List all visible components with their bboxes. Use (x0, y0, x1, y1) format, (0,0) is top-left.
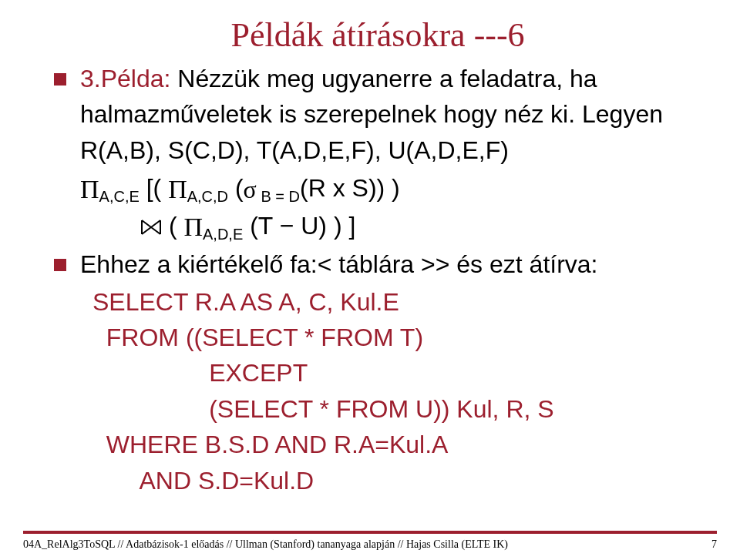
bullet-1: 3.Példa: Nézzük meg ugyanerre a feladatr… (54, 61, 701, 245)
bullet-2-text: Ehhez a kiértékelő fa:< táblára >> és ez… (80, 250, 598, 278)
pi-symbol: Π (80, 169, 99, 209)
sigma-sub: B = D (257, 189, 300, 206)
query-line-1: SELECT R.A AS A, C, Kul.E (92, 284, 701, 320)
query-line-6: AND S.D=Kul.D (92, 463, 701, 498)
pi3-sub: A,D,E (203, 226, 243, 243)
sigma-symbol: σ (244, 171, 257, 208)
query-line-2: FROM ((SELECT * FROM T) (92, 320, 701, 355)
sql-query: SELECT R.A AS A, C, Kul.E FROM ((SELECT … (92, 284, 701, 498)
slide-title: Példák átírásokra ---6 (54, 15, 701, 55)
expr-line-1: ΠA,C,E [( ΠA,C,D (σ B = D(R x S)) ) (80, 168, 701, 207)
minus-symbol: − (280, 212, 294, 240)
page-number: 7 (711, 538, 717, 551)
footer: 04A_RelAlg3ToSQL // Adatbázisok-1 előadá… (23, 531, 717, 551)
footer-text: 04A_RelAlg3ToSQL // Adatbázisok-1 előadá… (23, 538, 508, 551)
query-line-3: EXCEPT (92, 355, 701, 391)
bullet-2: Ehhez a kiértékelő fa:< táblára >> és ez… (54, 246, 701, 282)
bullet-1-lead: 3.Példa: (80, 65, 177, 92)
slide: Példák átírásokra ---6 3.Példa: Nézzük m… (0, 0, 740, 560)
pi-symbol-3: Π (183, 207, 203, 246)
query-line-5: WHERE B.S.D AND R.A=Kul.A (92, 427, 701, 462)
expr1-tail: (R x S)) ) (300, 174, 400, 202)
pi1-sub: A,C,E (99, 189, 140, 206)
expr-line-2: ( ΠA,D,E (T − U) ) ] (80, 206, 701, 245)
expr2-prefix: ( (169, 212, 184, 240)
bullet-list: 3.Példa: Nézzük meg ugyanerre a feladatr… (54, 61, 701, 283)
natural-join-icon (140, 209, 162, 226)
query-line-4: (SELECT * FROM U)) Kul, R, S (92, 391, 701, 427)
pi-symbol-2: Π (168, 169, 187, 209)
pi2-sub: A,C,D (187, 189, 228, 206)
expr2-tail: (T − U) ) ] (250, 212, 355, 240)
